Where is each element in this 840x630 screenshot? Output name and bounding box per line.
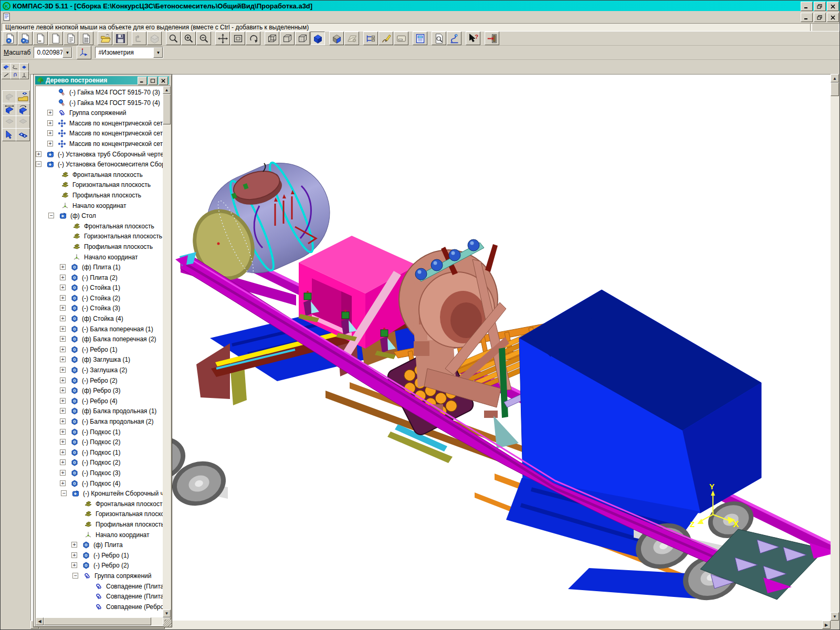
tree-item[interactable]: + (-) Стойка (2) [36, 293, 163, 303]
display-perspective-button[interactable] [344, 32, 359, 45]
tree-vertical-scrollbar[interactable]: ▲ ▼ [163, 86, 171, 617]
mini-mate-clip-button[interactable] [10, 71, 20, 79]
mini-blue-cube-button[interactable] [19, 63, 29, 71]
display-half-tone-button[interactable] [329, 32, 344, 45]
shaded-preview-button[interactable] [147, 32, 162, 45]
tree-item[interactable]: Фронтальная плоскость [36, 221, 163, 232]
add-component-button[interactable] [16, 90, 30, 103]
scale-dropdown-icon[interactable]: ▼ [62, 47, 72, 58]
orientation-button[interactable] [77, 46, 91, 59]
tree-item[interactable]: − Группа сопряжений [36, 571, 163, 581]
tree-expand-box[interactable]: + [47, 120, 53, 126]
tree-item[interactable]: + (ф) Плита [36, 540, 163, 550]
tree-item[interactable]: + Массив по концентрической сетке: [36, 128, 163, 139]
tree-item[interactable]: + (-) Подкос (2) [36, 437, 163, 447]
tree-horizontal-scrollbar[interactable]: ◀ ▶ [36, 617, 171, 625]
tree-expand-box[interactable]: + [60, 470, 66, 476]
left-tool-disabled-1[interactable] [2, 90, 16, 103]
tree-item[interactable]: + (-) Подкос (2) [36, 457, 163, 468]
tree-expand-box[interactable]: + [47, 130, 53, 136]
tree-item[interactable]: Горизонтальная плоскость [36, 231, 163, 242]
mini-solid-cube-button[interactable] [2, 63, 11, 71]
tree-item[interactable]: + (-) Ребро (1) [36, 344, 163, 355]
scroll-up-icon[interactable]: ▲ [831, 74, 839, 82]
mini-zigzag-button[interactable] [10, 63, 20, 71]
tree-expand-box[interactable]: + [71, 552, 77, 558]
view-dropdown-icon[interactable]: ▼ [153, 47, 163, 58]
component-set-button[interactable] [16, 128, 30, 141]
display-shaded-button[interactable] [310, 32, 325, 45]
tree-item[interactable]: − (ф) Стол [36, 211, 163, 221]
tree-expand-box[interactable]: + [60, 480, 66, 486]
child-minimize-button[interactable] [801, 13, 813, 22]
close-button[interactable] [827, 2, 839, 11]
menu-item[interactable] [14, 16, 23, 18]
tree-item[interactable]: + (-) Ребро (2) [36, 375, 163, 386]
new-specification-button[interactable] [79, 32, 93, 45]
tree-expand-box[interactable]: + [60, 305, 66, 311]
tree-expand-box[interactable]: + [60, 346, 66, 352]
menu-item[interactable] [39, 16, 48, 18]
new-assembly-button[interactable] [18, 32, 33, 45]
tree-expand-box[interactable]: − [36, 161, 41, 167]
tree-expand-box[interactable]: + [60, 398, 66, 404]
tree-expand-box[interactable]: + [60, 408, 66, 414]
tree-item[interactable]: + (-) Подкос (1) [36, 447, 163, 458]
menu-item[interactable] [65, 16, 73, 18]
tree-item[interactable]: + (ф) Балка поперечная (2) [36, 334, 163, 344]
rotate-view-button[interactable] [246, 32, 260, 45]
tree-expand-box[interactable]: + [71, 562, 77, 568]
sketch-tool-button[interactable] [379, 32, 393, 45]
tree-hscroll-thumb[interactable] [44, 617, 151, 625]
tree-item[interactable]: Профильная плоскость [36, 242, 163, 252]
tree-expand-box[interactable]: + [60, 367, 66, 373]
minimize-button[interactable] [801, 2, 813, 11]
tree-item[interactable]: + (ф) Балка продольная (1) [36, 406, 163, 416]
tree-item[interactable]: Начало координат [36, 252, 163, 262]
tree-expand-box[interactable]: − [48, 213, 54, 218]
zoom-in-button[interactable] [181, 32, 196, 45]
tree-expand-box[interactable]: + [60, 449, 66, 455]
title-bar[interactable]: K КОМПАС-3D 5.11 - [Сборка E:\КонкурсЦЗС… [1, 1, 840, 11]
open-document-button[interactable] [98, 32, 112, 45]
tree-expand-box[interactable]: + [60, 326, 66, 332]
tree-item[interactable]: + (-) Подкос (3) [36, 468, 163, 478]
menu-item[interactable] [48, 16, 56, 18]
tree-item[interactable]: + (-) Подкос (1) [36, 427, 163, 437]
tree-expand-box[interactable]: + [60, 377, 66, 383]
tree-expand-box[interactable]: + [60, 285, 66, 290]
zoom-out-button[interactable] [196, 32, 211, 45]
scale-combo[interactable]: 0.020987 ▼ [34, 47, 72, 58]
child-close-button[interactable] [827, 13, 839, 22]
tree-expand-box[interactable]: + [47, 141, 53, 146]
tree-expand-box[interactable]: + [60, 336, 66, 342]
tree-item[interactable]: Начало координат [36, 530, 163, 540]
new-text-document-button[interactable] [64, 32, 78, 45]
tree-item[interactable]: Начало координат [36, 201, 163, 211]
tree-item[interactable]: + Массив по концентрической сетке: [36, 139, 163, 149]
tree-item[interactable]: + (-) Плита (2) [36, 272, 163, 283]
tree-expand-box[interactable]: − [61, 490, 67, 496]
tree-item[interactable]: + (-) Установка труб Сборочный чертеж [36, 149, 163, 160]
viewport-vscroll-thumb[interactable] [831, 82, 839, 96]
menu-item[interactable] [31, 16, 39, 18]
tree-item[interactable]: + Группа сопряжений [36, 108, 163, 118]
construction-panel-button[interactable] [394, 32, 408, 45]
tree-panel-titlebar[interactable]: Дерево построения [35, 76, 169, 85]
tree-item[interactable]: + (ф) Плита (1) [36, 262, 163, 272]
tree-expand-box[interactable]: + [60, 439, 66, 445]
tree-maximize-button[interactable] [148, 77, 158, 85]
tree-scroll-down-icon[interactable]: ▼ [163, 610, 171, 617]
menu-item[interactable] [73, 16, 81, 18]
tree-item[interactable]: (-) Гайка М24 ГОСТ 5915-70 (4) [36, 98, 163, 108]
mini-axis-move-button[interactable] [19, 71, 29, 79]
new-part-button[interactable] [3, 32, 17, 45]
tree-item[interactable]: + (-) Ребро (1) [36, 550, 163, 561]
viewport-vertical-scrollbar[interactable]: ▲ ▼ [831, 74, 839, 621]
display-wireframe-button[interactable] [265, 32, 279, 45]
document-system-icon[interactable] [3, 13, 11, 21]
tree-item[interactable]: + (ф) Ребро (3) [36, 385, 163, 396]
mini-sketch-line-button[interactable] [2, 71, 11, 79]
tree-item[interactable]: + (-) Стойка (3) [36, 303, 163, 313]
tree-close-button[interactable] [159, 77, 168, 85]
